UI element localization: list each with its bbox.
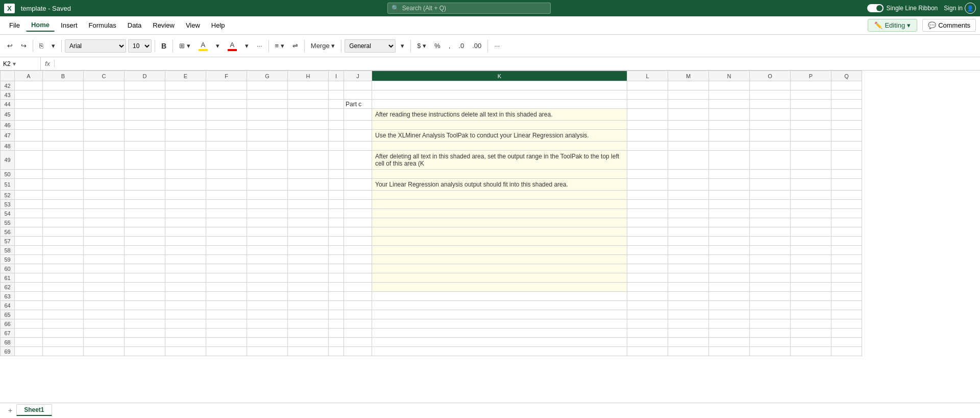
number-format-chevron[interactable]: ▾ (398, 40, 407, 51)
dec-decrease-button[interactable]: .0 (455, 40, 467, 51)
cell-A-66[interactable] (15, 319, 43, 329)
cell-H-66[interactable] (288, 319, 329, 329)
cell-H-55[interactable] (288, 218, 329, 227)
sheet-container[interactable]: A B C D E F G H I J K L M N O P Q (0, 71, 980, 403)
cell-N-69[interactable] (709, 347, 750, 356)
cell-N-68[interactable] (709, 338, 750, 347)
align-button[interactable]: ≡ ▾ (272, 40, 287, 51)
cell-B-69[interactable] (43, 347, 84, 356)
cell-A-61[interactable] (15, 273, 43, 283)
cell-N-54[interactable] (709, 209, 750, 218)
cell-J-69[interactable] (344, 347, 372, 356)
cell-Q-62[interactable] (831, 283, 862, 292)
cell-C-48[interactable] (84, 142, 125, 151)
cell-F-65[interactable] (206, 310, 247, 319)
col-header-H[interactable]: H (288, 71, 329, 81)
cell-M-43[interactable] (668, 90, 709, 100)
cell-Q-46[interactable] (831, 121, 862, 130)
cell-M-56[interactable] (668, 227, 709, 237)
borders-button[interactable]: ⊞ ▾ (176, 40, 193, 51)
cell-N-64[interactable] (709, 301, 750, 310)
font-color-button[interactable]: A (225, 39, 240, 53)
cell-E-65[interactable] (165, 310, 206, 319)
cell-D-63[interactable] (125, 292, 165, 301)
cell-N-52[interactable] (709, 191, 750, 200)
cell-I-42[interactable] (329, 81, 344, 90)
cell-A-63[interactable] (15, 292, 43, 301)
cell-O-54[interactable] (750, 209, 791, 218)
number-format-select[interactable]: General Number Currency Percentage (345, 39, 396, 53)
single-line-ribbon-toggle[interactable]: Single Line Ribbon (867, 4, 938, 12)
cell-C-61[interactable] (84, 273, 125, 283)
cell-L-56[interactable] (627, 227, 668, 237)
cell-H-60[interactable] (288, 264, 329, 273)
cell-B-57[interactable] (43, 237, 84, 246)
cell-I-45[interactable] (329, 109, 344, 121)
cell-B-65[interactable] (43, 310, 84, 319)
cell-B-53[interactable] (43, 200, 84, 209)
cell-H-42[interactable] (288, 81, 329, 90)
cell-P-49[interactable] (791, 151, 831, 170)
cell-K-44[interactable] (372, 100, 627, 109)
cell-G-67[interactable] (247, 329, 288, 338)
cell-D-67[interactable] (125, 329, 165, 338)
cell-F-52[interactable] (206, 191, 247, 200)
cell-P-60[interactable] (791, 264, 831, 273)
cell-P-69[interactable] (791, 347, 831, 356)
cell-G-68[interactable] (247, 338, 288, 347)
cell-C-47[interactable] (84, 130, 125, 142)
cell-C-69[interactable] (84, 347, 125, 356)
col-header-K[interactable]: K (372, 71, 627, 81)
cell-G-64[interactable] (247, 301, 288, 310)
cell-H-52[interactable] (288, 191, 329, 200)
cell-J-56[interactable] (344, 227, 372, 237)
cell-J-68[interactable] (344, 338, 372, 347)
cell-O-59[interactable] (750, 255, 791, 264)
cell-O-52[interactable] (750, 191, 791, 200)
fill-color-button[interactable]: A (195, 39, 211, 53)
cell-D-68[interactable] (125, 338, 165, 347)
cell-H-56[interactable] (288, 227, 329, 237)
cell-B-51[interactable] (43, 179, 84, 191)
formula-input[interactable] (55, 60, 980, 67)
cell-J-59[interactable] (344, 255, 372, 264)
cell-L-61[interactable] (627, 273, 668, 283)
cell-H-61[interactable] (288, 273, 329, 283)
cell-J-61[interactable] (344, 273, 372, 283)
cell-K-62[interactable] (372, 283, 627, 292)
cell-Q-42[interactable] (831, 81, 862, 90)
cell-E-62[interactable] (165, 283, 206, 292)
cell-J-60[interactable] (344, 264, 372, 273)
cell-B-55[interactable] (43, 218, 84, 227)
cell-K-48[interactable] (372, 142, 627, 151)
cell-N-63[interactable] (709, 292, 750, 301)
cell-M-67[interactable] (668, 329, 709, 338)
merge-button[interactable]: Merge ▾ (308, 40, 338, 51)
cell-O-45[interactable] (750, 109, 791, 121)
cell-I-46[interactable] (329, 121, 344, 130)
cell-N-55[interactable] (709, 218, 750, 227)
cell-D-61[interactable] (125, 273, 165, 283)
more-font-button[interactable]: ··· (254, 40, 265, 51)
cell-N-57[interactable] (709, 237, 750, 246)
cell-O-69[interactable] (750, 347, 791, 356)
cell-L-60[interactable] (627, 264, 668, 273)
cell-I-54[interactable] (329, 209, 344, 218)
cell-P-57[interactable] (791, 237, 831, 246)
cell-B-52[interactable] (43, 191, 84, 200)
clipboard-chevron[interactable]: ▾ (48, 40, 58, 51)
cell-L-43[interactable] (627, 90, 668, 100)
cell-M-69[interactable] (668, 347, 709, 356)
cell-K-43[interactable] (372, 90, 627, 100)
cell-E-50[interactable] (165, 170, 206, 179)
cell-J-53[interactable] (344, 200, 372, 209)
cell-P-61[interactable] (791, 273, 831, 283)
cell-A-69[interactable] (15, 347, 43, 356)
cell-E-49[interactable] (165, 151, 206, 170)
cell-I-60[interactable] (329, 264, 344, 273)
cell-E-66[interactable] (165, 319, 206, 329)
cell-B-43[interactable] (43, 90, 84, 100)
cell-L-44[interactable] (627, 100, 668, 109)
cell-H-44[interactable] (288, 100, 329, 109)
cell-Q-67[interactable] (831, 329, 862, 338)
